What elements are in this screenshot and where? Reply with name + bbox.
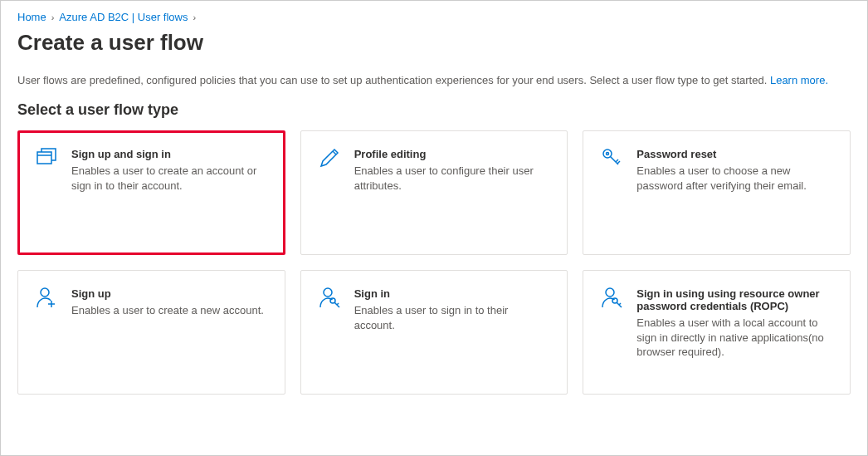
card-title: Sign up — [71, 287, 268, 300]
card-description: Enables a user to configure their user a… — [354, 164, 551, 193]
breadcrumb: Home › Azure AD B2C | User flows › — [17, 11, 851, 23]
chevron-right-icon: › — [193, 12, 196, 22]
pencil-icon — [318, 146, 341, 169]
card-profile-editing[interactable]: Profile editing Enables a user to config… — [300, 130, 568, 255]
key-icon — [600, 146, 623, 169]
card-sign-in-ropc[interactable]: Sign in using using resource owner passw… — [583, 270, 851, 395]
card-title: Password reset — [636, 148, 833, 160]
card-title: Sign in — [354, 287, 551, 300]
section-heading: Select a user flow type — [17, 101, 851, 119]
intro-text-body: User flows are predefined, configured po… — [17, 74, 767, 86]
windows-icon — [35, 146, 58, 169]
card-sign-in[interactable]: Sign in Enables a user to sign in to the… — [300, 270, 568, 395]
chevron-right-icon: › — [51, 12, 55, 22]
breadcrumb-home-link[interactable]: Home — [17, 11, 46, 23]
card-description: Enables a user to choose a new password … — [636, 164, 833, 193]
user-flow-type-grid: Sign up and sign in Enables a user to cr… — [17, 130, 851, 395]
page-title: Create a user flow — [17, 30, 851, 56]
intro-text: User flows are predefined, configured po… — [17, 74, 851, 86]
card-sign-up[interactable]: Sign up Enables a user to create a new a… — [17, 270, 285, 395]
person-key-icon — [318, 286, 341, 309]
card-description: Enables a user to create a new account. — [71, 303, 268, 318]
person-plus-icon — [35, 286, 58, 309]
learn-more-link[interactable]: Learn more. — [770, 74, 828, 86]
card-description: Enables a user with a local account to s… — [636, 316, 833, 360]
card-password-reset[interactable]: Password reset Enables a user to choose … — [583, 130, 851, 255]
card-sign-up-and-sign-in[interactable]: Sign up and sign in Enables a user to cr… — [17, 130, 285, 255]
card-title: Sign up and sign in — [71, 148, 268, 160]
breadcrumb-section-link[interactable]: Azure AD B2C | User flows — [59, 11, 188, 23]
card-title: Sign in using using resource owner passw… — [636, 287, 833, 312]
card-title: Profile editing — [354, 148, 551, 160]
card-description: Enables a user to sign in to their accou… — [354, 303, 551, 332]
card-description: Enables a user to create an account or s… — [71, 164, 268, 193]
person-key-icon — [600, 286, 623, 309]
